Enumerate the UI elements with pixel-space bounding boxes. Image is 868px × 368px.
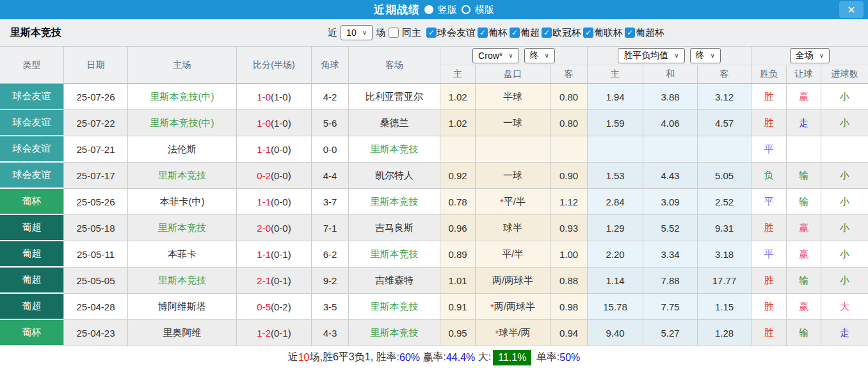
league-filter-item[interactable]: ✓ 欧冠杯 (542, 27, 581, 39)
league-checkbox[interactable]: ✓ (510, 28, 520, 38)
away-team-cell: 吉维森特 (349, 268, 440, 294)
league-checkbox[interactable]: ✓ (625, 28, 635, 38)
score-cell: 1-2(0-1) (237, 320, 312, 346)
handicap-away-odds-cell: 0.80 (551, 110, 588, 136)
league-checkbox[interactable]: ✓ (542, 28, 552, 38)
home-team-cell: 里斯本竞技 (128, 163, 237, 189)
lose-odds-cell (698, 136, 751, 163)
fulltime-score: 0-2 (257, 170, 271, 181)
close-button[interactable]: ✕ (839, 1, 864, 18)
away-team-cell: 凯尔特人 (349, 163, 440, 189)
goals-result-cell (821, 136, 868, 163)
league-checkbox[interactable]: ✓ (426, 28, 437, 38)
sub-header-result: 胜负 (751, 65, 787, 84)
draw-odds-cell (643, 136, 698, 163)
type-badge: 葡超 (0, 268, 64, 294)
date-cell: 25-07-22 (64, 110, 128, 136)
corner-cell: 0-0 (312, 136, 349, 163)
home-team-cell: 里斯本竞技(中) (128, 110, 237, 136)
sub-header-handicap-line: 盘口 (476, 65, 551, 84)
date-cell: 25-05-11 (64, 241, 128, 268)
league-filter-item[interactable]: ✓ 葡超 (510, 27, 540, 39)
league-filter-item[interactable]: ✓ 球会友谊 (426, 27, 476, 39)
away-team-cell: 里斯本竞技 (349, 189, 440, 215)
check-icon: ✓ (428, 28, 435, 37)
handicap-line-cell: 球半 (476, 215, 551, 241)
halftime-score: (0-2) (271, 301, 291, 312)
handicap-line-text: 半球 (503, 91, 522, 103)
avg-stage-select[interactable]: 终 ∨ (690, 48, 721, 63)
col-header-corner: 角球 (312, 47, 349, 84)
league-checkbox-label[interactable]: 葡超 (520, 27, 540, 39)
date-cell: 25-04-28 (64, 294, 128, 320)
summary-segment: 50% (559, 352, 580, 364)
odds-company-select[interactable]: Crow* ∨ (472, 48, 518, 63)
col-header-away: 客场 (349, 47, 440, 84)
corner-cell: 3-5 (312, 294, 349, 320)
result-cell: 胜 (751, 110, 787, 136)
league-checkbox-label[interactable]: 葡联杯 (594, 27, 623, 39)
same-home-checkbox[interactable] (389, 28, 399, 38)
league-checkbox[interactable]: ✓ (583, 28, 593, 38)
results-table: 类型 日期 主场 比分(半场) 角球 客场 Crow* ∨ 终 ∨ 胜平负均值 … (0, 46, 868, 346)
draw-odds-cell: 4.06 (643, 110, 698, 136)
type-badge: 葡杯 (0, 189, 64, 215)
summary-segment: 场,胜6平3负1, 胜率: (310, 351, 399, 364)
score-cell: 2-1(0-1) (237, 268, 312, 294)
draw-odds-cell: 7.75 (643, 294, 698, 320)
away-team-cell: 吉马良斯 (349, 215, 440, 241)
handicap-away-odds-cell: 0.88 (551, 268, 588, 294)
vertical-radio-label[interactable]: 竖版 (438, 4, 457, 16)
away-team-cell: 里斯本竞技 (349, 136, 440, 163)
goals-result-cell: 小 (821, 215, 868, 241)
result-cell: 平 (751, 136, 787, 163)
handicap-line-text: 球半/两 (499, 327, 530, 339)
scope-select[interactable]: 全场 ∨ (790, 48, 830, 63)
league-checkbox-label[interactable]: 球会友谊 (437, 27, 476, 39)
match-count-select[interactable]: 10 ∨ (341, 25, 373, 40)
col-header-score: 比分(半场) (237, 47, 312, 84)
handicap-line-cell: 平/半 (476, 241, 551, 268)
chevron-down-icon: ∨ (545, 52, 549, 59)
goals-result-cell: 小 (821, 189, 868, 215)
home-team-cell: 博阿维斯塔 (128, 294, 237, 320)
handicap-result-cell: 输 (787, 320, 821, 346)
summary-segment: 单率: (533, 351, 559, 364)
sub-header-let: 让球 (787, 65, 821, 84)
score-cell: 0-5(0-2) (237, 294, 312, 320)
lose-odds-cell: 9.31 (698, 215, 751, 241)
league-checkbox-label[interactable]: 葡超杯 (636, 27, 664, 39)
halftime-score: (0-0) (271, 170, 291, 181)
filter-controls: 近 10 ∨ 场 同主 ✓ 球会友谊 ✓ 葡杯 ✓ 葡超 ✓ 欧冠杯 ✓ 葡联杯… (328, 25, 664, 40)
horizontal-radio-label[interactable]: 横版 (475, 4, 494, 16)
league-filter-item[interactable]: ✓ 葡超杯 (625, 27, 664, 39)
fulltime-score: 2-0 (257, 223, 271, 234)
handicap-away-odds-cell: 0.94 (551, 320, 588, 346)
vertical-radio-icon[interactable] (424, 5, 433, 14)
handicap-home-odds-cell: 1.02 (440, 84, 476, 110)
handicap-stage-select[interactable]: 终 ∨ (524, 48, 555, 63)
draw-odds-cell: 3.88 (643, 84, 698, 110)
check-icon: ✓ (585, 28, 591, 37)
horizontal-radio-icon[interactable] (462, 5, 470, 14)
league-checkbox-label[interactable]: 葡杯 (488, 27, 508, 39)
league-filter-item[interactable]: ✓ 葡联杯 (583, 27, 623, 39)
league-filter-item[interactable]: ✓ 葡杯 (478, 27, 508, 39)
handicap-line-cell: 一球 (476, 163, 551, 189)
recent-results-window: 近期战绩 竖版 横版 ✕ 里斯本竞技 近 10 ∨ 场 同主 ✓ 球会友谊 ✓ … (0, 0, 868, 368)
result-cell: 胜 (751, 215, 787, 241)
sub-header-handicap-home: 主 (440, 65, 476, 84)
same-home-label[interactable]: 同主 (402, 27, 421, 39)
handicap-home-odds-cell: 0.78 (440, 189, 476, 215)
handicap-result-cell (787, 136, 821, 163)
avg-type-select[interactable]: 胜平负均值 ∨ (618, 48, 684, 63)
check-icon: ✓ (511, 28, 518, 37)
fulltime-score: 2-1 (257, 275, 271, 286)
handicap-line-cell (476, 136, 551, 163)
handicap-select-group: Crow* ∨ 终 ∨ (440, 47, 588, 65)
win-odds-cell: 1.14 (588, 268, 643, 294)
summary-segment: 近 (288, 351, 298, 364)
handicap-away-odds-cell: 0.80 (551, 84, 588, 110)
league-checkbox-label[interactable]: 欧冠杯 (552, 27, 581, 39)
league-checkbox[interactable]: ✓ (478, 28, 488, 38)
